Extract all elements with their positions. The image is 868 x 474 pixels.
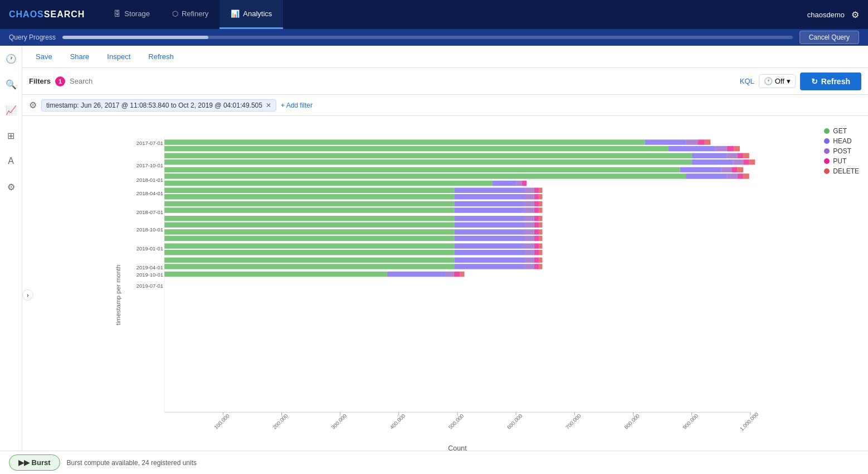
svg-rect-105 <box>455 243 525 248</box>
svg-rect-78 <box>525 207 534 212</box>
svg-rect-100 <box>525 236 534 241</box>
progress-fill <box>62 36 208 39</box>
svg-text:2017-07-01: 2017-07-01 <box>136 140 163 146</box>
nav-refinery-label: Refinery <box>182 9 208 18</box>
svg-rect-84 <box>525 216 534 221</box>
filter-settings-icon[interactable]: ⚙ <box>29 100 37 110</box>
sidebar-settings-icon[interactable]: ⚙ <box>3 178 19 195</box>
inspect-button[interactable]: Inspect <box>103 50 135 63</box>
svg-rect-96 <box>534 229 539 234</box>
logo-search: SEARCH <box>44 9 85 19</box>
sidebar-text-icon[interactable]: A <box>3 153 19 170</box>
svg-rect-57 <box>516 181 522 186</box>
svg-rect-63 <box>534 188 539 193</box>
svg-rect-40 <box>692 159 733 165</box>
filter-chip: timestamp: Jun 26, 2017 @ 11:08:53.840 t… <box>41 99 276 112</box>
svg-rect-95 <box>525 229 534 234</box>
refresh-main-label: Refresh <box>821 77 850 86</box>
progress-track <box>62 36 793 39</box>
nav-item-storage[interactable]: 🗄 Storage <box>103 0 161 29</box>
svg-rect-130 <box>460 272 464 277</box>
svg-rect-80 <box>539 207 542 212</box>
legend-item-put: PUT <box>824 157 859 165</box>
svg-rect-113 <box>539 250 542 255</box>
legend-dot-get <box>824 128 830 134</box>
chart-area: › GET HEAD POST PUT <box>22 116 868 474</box>
svg-rect-98 <box>164 236 455 241</box>
nav-item-analytics[interactable]: 📊 Analytics <box>220 0 283 29</box>
svg-rect-58 <box>522 181 526 186</box>
svg-rect-39 <box>164 159 692 165</box>
svg-rect-87 <box>164 223 455 228</box>
refresh-main-button[interactable]: ↻ Refresh <box>800 72 861 90</box>
svg-rect-72 <box>455 201 525 206</box>
top-nav: CHAOSSEARCH 🗄 Storage ⬡ Refinery 📊 Analy… <box>0 0 868 29</box>
svg-rect-104 <box>164 243 455 248</box>
refresh-button[interactable]: Refresh <box>144 50 178 63</box>
settings-icon[interactable]: ⚙ <box>851 9 859 20</box>
svg-rect-110 <box>455 250 525 255</box>
svg-rect-62 <box>525 188 534 193</box>
legend-item-head: HEAD <box>824 137 859 145</box>
chart-legend: GET HEAD POST PUT DELETE <box>824 127 859 175</box>
y-axis-label: timestamp per month <box>115 265 121 325</box>
svg-rect-75 <box>539 201 542 206</box>
main-layout: 🕐 🔍 📈 ⊞ A ⚙ ⇒ Save Share Inspect Refresh… <box>0 46 868 474</box>
svg-rect-126 <box>164 272 387 277</box>
query-progress-label: Query Progress <box>9 33 56 41</box>
svg-rect-25 <box>686 139 698 144</box>
add-filter-button[interactable]: + Add filter <box>281 101 313 109</box>
svg-rect-76 <box>164 207 455 212</box>
svg-text:300,000: 300,000 <box>330 413 348 431</box>
filter-chip-text: timestamp: Jun 26, 2017 @ 11:08:53.840 t… <box>46 101 262 109</box>
cancel-query-button[interactable]: Cancel Query <box>799 31 859 44</box>
sidebar-search-icon[interactable]: 🔍 <box>3 76 19 93</box>
svg-rect-37 <box>738 153 744 158</box>
svg-rect-102 <box>539 236 542 241</box>
search-input[interactable] <box>70 77 735 85</box>
legend-label-post: POST <box>833 147 851 155</box>
legend-label-delete: DELETE <box>833 167 859 175</box>
svg-rect-46 <box>680 167 721 172</box>
svg-rect-67 <box>525 194 534 199</box>
sidebar-table-icon[interactable]: ⊞ <box>3 127 19 144</box>
nav-right: chaosdemo ⚙ <box>807 9 859 20</box>
svg-rect-85 <box>534 216 539 221</box>
logo-chaos: CHAOS <box>9 9 44 19</box>
chart-expand-button[interactable]: › <box>22 289 33 301</box>
svg-rect-56 <box>492 181 516 186</box>
svg-rect-83 <box>455 216 525 221</box>
bar-chart: timestamp per month 10 <box>56 125 859 465</box>
filter-chip-close[interactable]: ✕ <box>266 101 271 109</box>
sidebar-chart-icon[interactable]: 📈 <box>3 101 19 118</box>
time-picker[interactable]: 🕐 Off ▾ <box>759 74 796 88</box>
svg-rect-97 <box>539 229 542 234</box>
svg-rect-119 <box>539 258 542 263</box>
svg-rect-123 <box>534 264 539 269</box>
svg-rect-64 <box>539 188 542 193</box>
legend-dot-put <box>824 158 830 164</box>
svg-rect-93 <box>164 229 455 234</box>
app-logo: CHAOSSEARCH <box>9 9 85 20</box>
sidebar-clock-icon[interactable]: 🕐 <box>3 50 19 67</box>
svg-text:100,000: 100,000 <box>213 413 231 431</box>
share-button[interactable]: Share <box>66 50 94 63</box>
nav-item-refinery[interactable]: ⬡ Refinery <box>161 0 220 29</box>
svg-rect-24 <box>645 139 686 144</box>
burst-button[interactable]: ▶▶ Burst <box>9 454 60 471</box>
svg-text:2018-07-01: 2018-07-01 <box>136 209 163 215</box>
svg-rect-27 <box>705 139 711 144</box>
toolbar: Save Share Inspect Refresh <box>22 46 868 68</box>
svg-rect-74 <box>534 201 539 206</box>
svg-rect-30 <box>715 146 727 151</box>
chart-container: timestamp per month 10 <box>22 116 868 474</box>
svg-text:2019-10-01: 2019-10-01 <box>136 272 163 278</box>
kql-label[interactable]: KQL <box>740 77 754 85</box>
svg-rect-117 <box>525 258 534 263</box>
user-label: chaosdemo <box>807 11 845 19</box>
save-button[interactable]: Save <box>31 50 57 63</box>
svg-rect-99 <box>455 236 525 241</box>
svg-rect-31 <box>727 146 734 151</box>
query-progress-bar: Query Progress Cancel Query <box>0 29 868 46</box>
legend-label-head: HEAD <box>833 137 851 145</box>
